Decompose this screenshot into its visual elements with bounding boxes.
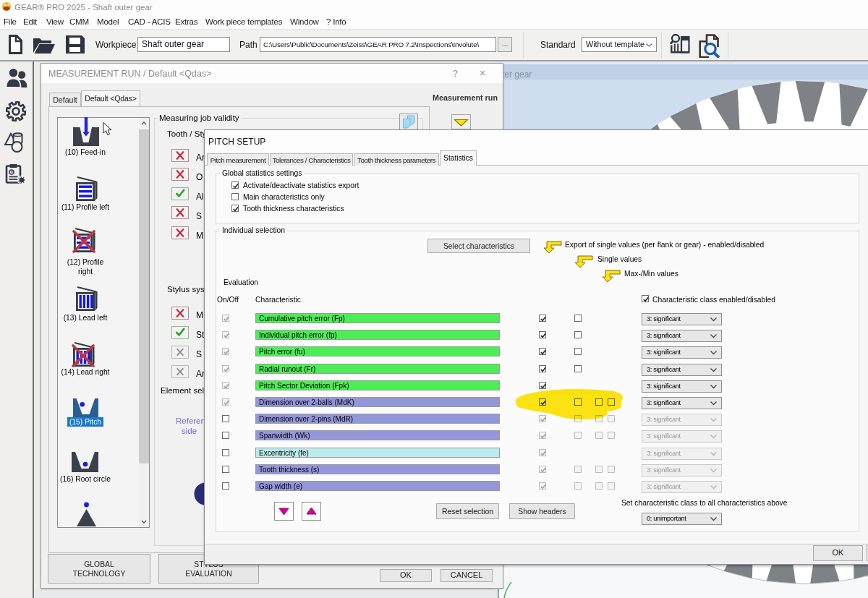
svg-text:ter gear: ter gear — [502, 69, 532, 80]
